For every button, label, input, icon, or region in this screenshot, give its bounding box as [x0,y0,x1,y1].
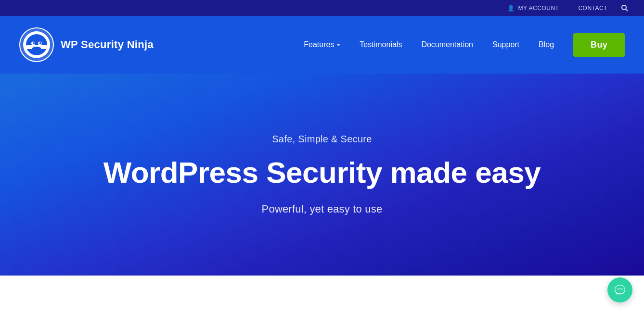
nav-support[interactable]: Support [485,37,527,53]
svg-line-1 [626,9,628,11]
svg-point-4 [26,34,47,55]
my-account-link[interactable]: 👤 MY ACCOUNT [507,5,559,12]
nav-testimonials[interactable]: Testimonials [352,37,410,53]
hero-subtitle: Safe, Simple & Secure [272,134,372,145]
main-nav: WP Security Ninja Features Testimonials … [0,16,644,74]
nav-blog[interactable]: Blog [531,37,562,53]
logo-text: WP Security Ninja [61,38,154,51]
search-button[interactable] [617,2,632,14]
buy-button[interactable]: Buy [573,33,625,57]
chevron-down-icon [336,44,340,46]
logo-icon [19,27,54,62]
hero-section: Safe, Simple & Secure WordPress Security… [0,74,644,276]
user-icon: 👤 [507,5,515,12]
svg-point-7 [33,42,35,44]
below-hero [0,276,644,314]
nav-features[interactable]: Features [296,37,348,53]
svg-point-10 [32,47,41,51]
hero-title: WordPress Security made easy [103,156,541,189]
chat-icon [614,284,626,296]
contact-link[interactable]: CONTACT [578,5,607,12]
chat-button[interactable] [607,277,632,302]
nav-documentation[interactable]: Documentation [413,37,481,53]
svg-point-8 [39,42,41,44]
top-bar: 👤 MY ACCOUNT CONTACT [0,0,644,16]
nav-links: Features Testimonials Documentation Supp… [296,33,625,57]
svg-point-0 [622,5,626,10]
search-icon [621,4,629,12]
hero-description: Powerful, yet easy to use [262,203,383,215]
logo[interactable]: WP Security Ninja [19,27,154,62]
